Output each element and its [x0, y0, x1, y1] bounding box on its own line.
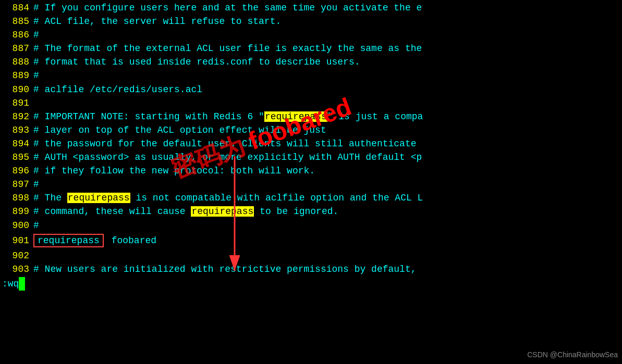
- line-902: 902: [0, 249, 622, 262]
- line-885: 885 # ACL file, the server will refuse t…: [0, 15, 622, 28]
- line-897: 897 #: [0, 178, 622, 191]
- csdn-credit: CSDN @ChinaRainbowSea: [527, 349, 618, 360]
- line-890: 890 # aclfile /etc/redis/users.acl: [0, 83, 622, 96]
- line-901: 901 requirepass foobared: [0, 232, 622, 249]
- line-898: 898 # The requirepass is not compatable …: [0, 191, 622, 205]
- line-887: 887 # The format of the external ACL use…: [0, 42, 622, 55]
- editor-area: 884 # If you configure users here and at…: [0, 0, 622, 364]
- line-892: 892 # IMPORTANT NOTE: starting with Redi…: [0, 110, 622, 123]
- cmd-text: :wq: [2, 279, 19, 289]
- line-889: 889 #: [0, 69, 622, 82]
- line-895: 895 # AUTH <password> as usually, or mor…: [0, 150, 622, 164]
- line-884: 884 # If you configure users here and at…: [0, 1, 622, 15]
- command-line: :wq: [0, 276, 622, 292]
- line-886: 886 #: [0, 28, 622, 42]
- line-893: 893 # layer on top of the ACL option eff…: [0, 123, 622, 137]
- line-891: 891: [0, 96, 622, 110]
- line-900: 900 #: [0, 219, 622, 232]
- line-888: 888 # format that is used inside redis.c…: [0, 55, 622, 69]
- cursor: [19, 277, 25, 291]
- line-903: 903 # New users are initialized with res…: [0, 262, 622, 276]
- line-896: 896 # if they follow the new protocol: b…: [0, 164, 622, 178]
- line-899: 899 # command, these will cause requirep…: [0, 205, 622, 218]
- line-894: 894 # the password for the default user.…: [0, 137, 622, 150]
